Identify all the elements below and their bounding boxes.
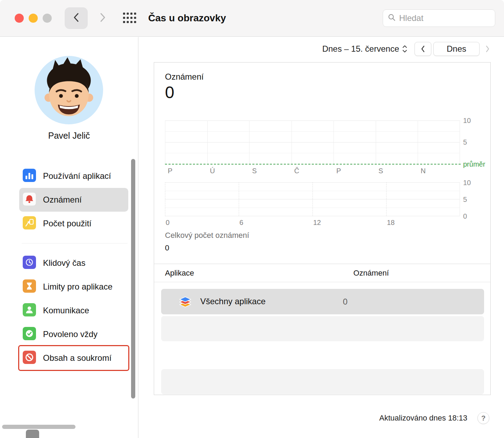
sidebar-item-downtime[interactable]: Klidový čas	[19, 251, 128, 275]
day-label: S	[252, 167, 257, 175]
date-range-label: Dnes – 15. července	[322, 44, 399, 54]
date-navigation: Dnes – 15. července Dnes	[322, 42, 491, 56]
check-badge-icon	[23, 327, 36, 342]
horizontal-scrollbar[interactable]	[2, 425, 75, 429]
empty-row-stripe	[161, 316, 484, 341]
app-name: Všechny aplikace	[200, 297, 266, 306]
empty-row-stripe	[161, 369, 484, 394]
vertical-scrollbar[interactable]	[131, 159, 135, 399]
sidebar-item-label: Komunikace	[43, 306, 89, 315]
today-button[interactable]: Dnes	[433, 42, 480, 56]
sidebar-item-label: Obsah a soukromí	[43, 353, 111, 363]
chevron-left-icon	[72, 12, 80, 24]
sidebar-divider	[22, 243, 128, 243]
day-label: Ú	[210, 167, 215, 175]
total-notifications-value: 0	[165, 243, 169, 253]
all-apps-stack-icon	[178, 294, 193, 310]
hour-label: 12	[313, 219, 321, 227]
chevron-left-icon	[420, 45, 426, 53]
sidebar-list: Používání aplikací Oznámení Počet použit…	[0, 164, 138, 370]
sidebar-item-notifications[interactable]: Oznámení	[19, 188, 128, 212]
search-field[interactable]	[383, 9, 495, 27]
last-updated-text: Aktualizováno dnes 18:13	[379, 414, 467, 423]
stepper-chevrons-icon	[402, 44, 408, 53]
memoji-face	[35, 56, 103, 124]
forward-button[interactable]	[95, 7, 110, 29]
sidebar-item-label: Povoleno vždy	[43, 329, 98, 339]
sidebar-item-label: Klidový čas	[43, 258, 85, 268]
apps-grid-button[interactable]	[123, 13, 136, 25]
search-icon	[388, 14, 396, 23]
user-name: Pavel Jelič	[0, 131, 138, 141]
screen-time-window: Čas u obrazovky	[0, 0, 504, 438]
week-day-labels: P Ú S Č P S N	[165, 167, 460, 175]
column-header-apps: Aplikace	[165, 269, 194, 278]
sidebar-item-label: Limity pro aplikace	[43, 282, 113, 292]
main-content: Dnes – 15. července Dnes Oznámení 0	[139, 37, 504, 438]
next-day-button[interactable]	[484, 45, 491, 53]
day-label: P	[168, 167, 172, 175]
back-button[interactable]	[65, 7, 88, 29]
bar-chart-icon	[23, 169, 36, 183]
prohibition-icon	[23, 351, 36, 365]
chevron-right-icon	[484, 45, 491, 53]
person-icon	[23, 303, 36, 318]
column-header-notifications: Oznámení	[353, 269, 389, 278]
traffic-lights	[15, 14, 52, 23]
table-row[interactable]: Všechny aplikace 0	[161, 289, 484, 314]
user-avatar	[35, 56, 103, 124]
sidebar: Pavel Jelič Používání aplikací Oznámení …	[0, 37, 138, 438]
day-label: Č	[294, 167, 299, 175]
pickup-arrow-icon	[23, 216, 36, 231]
day-ytick-5: 5	[463, 196, 467, 204]
average-label: průměr	[463, 160, 485, 168]
bell-icon	[23, 192, 36, 207]
day-ytick-0: 0	[463, 212, 467, 220]
hourglass-icon	[23, 279, 36, 294]
week-chart	[165, 121, 460, 164]
sidebar-item-label: Počet použití	[43, 219, 92, 228]
day-label: N	[420, 167, 425, 175]
week-ytick-5: 5	[463, 138, 467, 146]
date-range-stepper[interactable]	[402, 44, 408, 53]
average-line	[165, 164, 461, 165]
search-input[interactable]	[399, 13, 487, 23]
day-label: P	[336, 167, 341, 175]
zoom-window-button[interactable]	[43, 14, 52, 23]
close-window-button[interactable]	[15, 14, 24, 23]
hour-label: 18	[387, 219, 395, 227]
table-top-divider	[154, 264, 490, 264]
window-title: Čas u obrazovky	[148, 13, 226, 24]
grid-icon	[123, 19, 136, 24]
day-chart	[165, 182, 460, 216]
hour-label: 6	[239, 219, 243, 227]
app-notification-count: 0	[343, 297, 347, 307]
week-ytick-10: 10	[463, 117, 471, 125]
sidebar-item-pickups[interactable]: Počet použití	[19, 212, 128, 235]
sidebar-item-always-allowed[interactable]: Povoleno vždy	[19, 322, 128, 346]
sidebar-item-communication[interactable]: Komunikace	[19, 299, 128, 322]
chevron-right-icon	[99, 12, 107, 24]
sidebar-item-label: Používání aplikací	[43, 171, 111, 181]
notifications-panel: Oznámení 0 10 5 průměr	[154, 62, 491, 395]
minimize-window-button[interactable]	[29, 14, 38, 23]
total-notifications-label: Celkový počet oznámení	[165, 231, 249, 240]
panel-title: Oznámení	[165, 72, 204, 82]
table-header-divider	[154, 282, 490, 282]
hour-label: 0	[166, 219, 170, 227]
toolbar: Čas u obrazovky	[0, 0, 504, 37]
partially-visible-item	[26, 430, 39, 438]
help-button[interactable]: ?	[477, 412, 489, 424]
day-ytick-10: 10	[463, 179, 471, 187]
sidebar-item-app-limits[interactable]: Limity pro aplikace	[19, 275, 128, 299]
clock-icon	[23, 256, 36, 270]
previous-day-button[interactable]	[415, 42, 431, 56]
hour-labels: 0 6 12 18	[165, 219, 460, 227]
notifications-total-big: 0	[165, 83, 174, 102]
sidebar-item-label: Oznámení	[43, 195, 82, 205]
sidebar-item-app-usage[interactable]: Používání aplikací	[19, 164, 128, 188]
day-label: S	[379, 167, 383, 175]
sidebar-item-content-privacy[interactable]: Obsah a soukromí	[19, 346, 128, 370]
